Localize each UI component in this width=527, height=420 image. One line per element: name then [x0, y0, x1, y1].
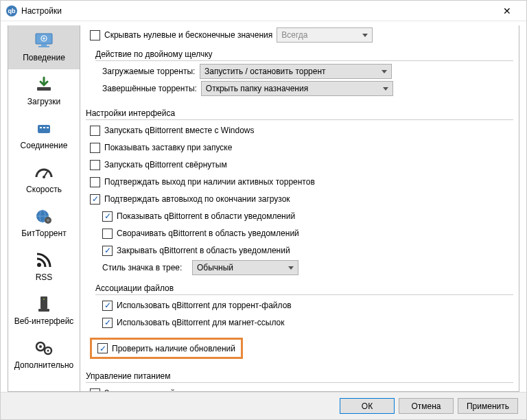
select-always: Всегда	[277, 27, 373, 43]
checkbox-check-updates[interactable]	[97, 343, 108, 353]
svg-rect-7	[40, 127, 42, 128]
svg-point-17	[37, 263, 41, 267]
checkbox-magnet-links[interactable]	[102, 318, 113, 328]
checkbox-inhibit-sleep-dl[interactable]	[90, 388, 100, 393]
svg-rect-1	[41, 44, 47, 46]
svg-rect-2	[38, 46, 49, 47]
cancel-button[interactable]: Отмена	[399, 398, 454, 414]
sidebar-item-downloads[interactable]: Загрузки	[8, 69, 80, 113]
apply-button[interactable]: Применить	[458, 398, 518, 414]
label-downloading-torrents: Загружаемые торренты:	[102, 67, 196, 76]
close-button[interactable]: ✕	[493, 1, 521, 21]
sidebar-item-bittorrent[interactable]: БитТоррент	[8, 201, 80, 245]
sidebar-item-label: Дополнительно	[14, 360, 73, 370]
checkbox-torrent-files[interactable]	[102, 301, 113, 311]
sidebar-item-label: Загрузки	[27, 97, 60, 106]
sidebar-item-label: Соединение	[21, 141, 68, 150]
label-confirm-auto-exit: Подтверждать автовыход по окончании загр…	[104, 194, 290, 204]
label-inhibit-sleep-dl: Запретить спящий режим, когда торренты з…	[104, 388, 316, 392]
svg-rect-9	[47, 127, 49, 128]
content-pane: Скрывать нулевые и бесконечные значения …	[80, 25, 519, 392]
gauge-icon	[33, 163, 55, 182]
gears-icon	[33, 338, 55, 358]
sidebar-item-advanced[interactable]: Дополнительно	[8, 333, 80, 377]
svg-point-11	[43, 176, 45, 178]
svg-rect-8	[43, 127, 45, 128]
svg-rect-18	[40, 296, 47, 309]
sidebar: Поведение Загрузки Соединение Скорость	[8, 25, 80, 392]
svg-point-20	[43, 299, 45, 300]
checkbox-close-tray[interactable]	[102, 246, 113, 256]
label-close-tray: Закрывать qBittorrent в область уведомле…	[117, 246, 290, 255]
checkbox-hide-zeros[interactable]	[90, 30, 100, 40]
highlight-check-updates: Проверить наличие обновлений	[90, 338, 243, 359]
settings-window: qb Настройки ✕ Поведение Загрузки	[0, 0, 527, 420]
label-show-tray: Показывать qBittorrent в области уведомл…	[117, 211, 295, 221]
svg-point-16	[47, 219, 49, 222]
app-icon: qb	[6, 5, 17, 16]
sidebar-item-label: RSS	[36, 272, 53, 282]
sidebar-item-connection[interactable]: Соединение	[8, 113, 80, 157]
checkbox-confirm-exit[interactable]	[90, 177, 100, 187]
label-torrent-files: Использовать qBittorrent для торрент-фай…	[117, 301, 292, 310]
label-show-splash: Показывать заставку при запуске	[104, 143, 232, 152]
window-title: Настройки	[21, 6, 493, 16]
checkbox-show-tray[interactable]	[102, 211, 113, 222]
svg-rect-5	[37, 87, 51, 91]
titlebar: qb Настройки ✕	[1, 1, 526, 21]
label-check-updates: Проверить наличие обновлений	[112, 344, 235, 353]
group-interface: Настройки интерфейса	[86, 108, 513, 120]
rss-icon	[33, 250, 55, 270]
sidebar-item-speed[interactable]: Скорость	[8, 157, 80, 201]
network-icon	[33, 119, 55, 138]
sidebar-item-label: Поведение	[23, 53, 65, 62]
checkbox-confirm-auto-exit[interactable]	[90, 194, 100, 205]
label-tray-icon-style: Стиль значка в трее:	[102, 263, 188, 272]
sidebar-item-behavior[interactable]: Поведение	[8, 25, 80, 69]
group-double-click: Действие по двойному щелчку	[95, 49, 513, 61]
group-power: Управление питанием	[86, 371, 513, 383]
label-start-windows: Запускать qBittorrent вместе с Windows	[104, 126, 255, 135]
svg-point-24	[47, 350, 49, 352]
checkbox-show-splash[interactable]	[90, 143, 100, 153]
select-tray-icon-style[interactable]: Обычный	[192, 260, 298, 275]
footer: ОК Отмена Применить	[1, 392, 526, 419]
sidebar-item-label: БитТоррент	[21, 229, 66, 238]
sidebar-item-webui[interactable]: Веб-интерфейс	[8, 289, 80, 333]
label-minimize-tray: Сворачивать qBittorrent в область уведом…	[117, 229, 299, 238]
checkbox-minimize-tray[interactable]	[102, 229, 113, 239]
group-file-assoc: Ассоциации файлов	[95, 283, 513, 295]
body: Поведение Загрузки Соединение Скорость	[1, 21, 526, 392]
globe-gear-icon	[33, 207, 55, 226]
checkbox-start-minimized[interactable]	[90, 160, 100, 170]
download-icon	[33, 75, 55, 94]
svg-rect-19	[38, 309, 49, 312]
checkbox-start-windows[interactable]	[90, 126, 100, 136]
svg-point-22	[39, 345, 42, 348]
svg-point-4	[43, 38, 45, 40]
sidebar-item-label: Веб-интерфейс	[14, 316, 74, 326]
label-magnet-links: Использовать qBittorrent для магнет-ссыл…	[117, 318, 284, 327]
server-icon	[33, 294, 55, 314]
svg-rect-6	[38, 125, 50, 133]
ok-button[interactable]: ОК	[340, 398, 395, 414]
label-confirm-exit: Подтверждать выход при наличии активных …	[104, 177, 315, 187]
label-hide-zeros: Скрывать нулевые и бесконечные значения	[104, 30, 272, 40]
monitor-gear-icon	[33, 31, 55, 50]
sidebar-item-rss[interactable]: RSS	[8, 245, 80, 289]
select-completed-torrents[interactable]: Открыть папку назначения	[201, 81, 393, 96]
label-completed-torrents: Завершённые торренты:	[102, 84, 197, 93]
select-downloading-torrents[interactable]: Запустить / остановить торрент	[200, 64, 392, 79]
sidebar-item-label: Скорость	[26, 185, 62, 194]
label-start-minimized: Запускать qBittorrent свёрнутым	[104, 160, 227, 170]
